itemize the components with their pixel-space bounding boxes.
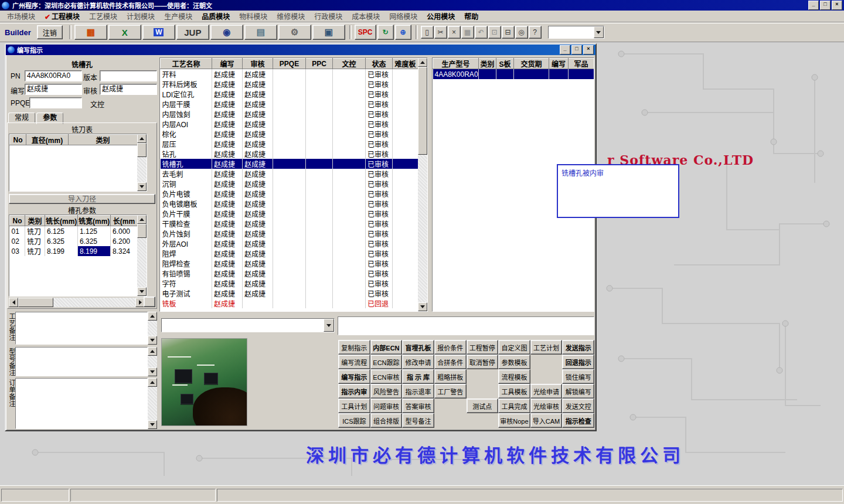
action-工具完成[interactable]: 工具完成 [498,399,530,413]
action-报价条件[interactable]: 报价条件 [434,340,467,355]
action-取消暂停[interactable]: 取消暂停 [467,355,499,369]
find-icon[interactable]: ◎ [515,26,528,39]
process-table-scrollbar[interactable] [418,58,427,311]
scroll-up-icon[interactable] [148,347,157,356]
process-row-铣板[interactable]: 铣板赵成捷已回退 [161,298,418,308]
scroll-down-icon[interactable] [148,367,157,376]
action-答案审核[interactable]: 答案审核 [402,399,434,413]
scroll-up-icon[interactable] [137,134,147,143]
combo-dropdown-icon[interactable] [594,26,604,38]
action-测试点[interactable]: 测试点 [467,399,499,413]
info-display-field[interactable] [338,316,594,335]
tab-general[interactable]: 常规 [8,113,35,123]
column-header-No[interactable]: No [10,216,25,226]
action-ECN跟踪[interactable]: ECN跟踪 [370,355,403,369]
column-header-No[interactable]: No [10,135,26,145]
column-header-编写[interactable]: 编写 [212,59,243,69]
toolbar-combobox[interactable] [548,26,604,39]
action-参数模板[interactable]: 参数模板 [498,355,530,369]
slot-param-row-02[interactable]: 02铣刀6.3256.3256.200 [10,236,138,246]
new-doc-icon[interactable]: ▯ [421,26,434,39]
column-header-铣宽(mm)[interactable]: 铣宽(mm) [78,216,111,226]
process-remark-scrollbar[interactable] [148,312,157,345]
minimize-button[interactable]: _ [808,1,819,10]
action-光绘申请[interactable]: 光绘申请 [530,384,563,399]
database-icon[interactable]: ▤ [244,25,277,40]
process-row-棕化[interactable]: 棕化赵成捷赵成捷已审核 [161,129,418,139]
process-row-外层AOI[interactable]: 外层AOI赵成捷赵成捷已审核 [161,239,418,248]
process-row-有铅喷锡[interactable]: 有铅喷锡赵成捷赵成捷已审核 [161,268,418,278]
help-icon[interactable]: ? [529,26,542,39]
process-row-开料后烤板[interactable]: 开料后烤板赵成捷赵成捷已审核 [161,79,418,89]
process-row-铣槽孔[interactable]: 铣槽孔赵成捷赵成捷已审核 [161,159,418,169]
action-锁住编写[interactable]: 锁住编写 [562,369,594,384]
process-row-开料[interactable]: 开料赵成捷赵成捷已审核 [161,69,418,80]
process-row-层压[interactable]: 层压赵成捷赵成捷已审核 [161,139,418,149]
preview-eye-icon[interactable]: ◉ [210,25,243,40]
scroll-up-icon[interactable] [148,378,157,387]
column-header-S板[interactable]: S板 [496,59,514,69]
process-row-沉铜[interactable]: 沉铜赵成捷赵成捷已审核 [161,179,418,189]
action-组合排版[interactable]: 组合排版 [370,413,403,428]
action-合拼条件[interactable]: 合拼条件 [434,355,467,369]
action-指示内审[interactable]: 指示内审 [338,384,370,399]
column-header-PPC[interactable]: PPC [306,59,333,69]
menu-维修模块[interactable]: 维修模块 [272,11,309,21]
action-编写指示[interactable]: 编写指示 [338,369,370,384]
action-工艺计划[interactable]: 工艺计划 [530,340,563,355]
menu-公用模块[interactable]: 公用模块 [422,11,460,21]
action-流程模板[interactable]: 流程模板 [498,369,530,384]
column-header-直径(mm)[interactable]: 直径(mm) [26,135,69,145]
menu-工艺模块[interactable]: 工艺模块 [84,11,122,21]
scroll-down-icon[interactable] [418,302,427,311]
action-工厂警告[interactable]: 工厂警告 [434,384,467,399]
process-row-阻焊检查[interactable]: 阻焊检查赵成捷赵成捷已审核 [161,258,418,268]
action-修改申请[interactable]: 修改申请 [402,355,434,369]
action-指示检查[interactable]: 指示检查 [562,413,594,428]
process-row-内层蚀刻[interactable]: 内层蚀刻赵成捷赵成捷已审核 [161,109,418,119]
scroll-up-icon[interactable] [418,58,427,67]
action-光绘审核[interactable]: 光绘审核 [530,399,563,413]
action-工具模板[interactable]: 工具模板 [498,384,530,399]
process-row-字符[interactable]: 字符赵成捷赵成捷已审核 [161,278,418,288]
scroll-down-icon[interactable] [148,336,157,345]
action-审核Nope[interactable]: 审核Nope [498,413,530,428]
action-指示库[interactable]: 指 示 库 [402,369,434,384]
cutter-table-scrollbar[interactable] [137,134,147,191]
model-remark-textarea[interactable] [15,347,148,376]
action-内部ECN[interactable]: 内部ECN [370,340,403,355]
order-remark-textarea[interactable] [15,378,148,429]
column-header-类别[interactable]: 类别 [25,216,45,226]
slot-param-row-03[interactable]: 03铣刀8.1998.1998.324 [10,246,138,256]
jup-button[interactable]: JUP [176,25,209,40]
menu-品质模块[interactable]: 品质模块 [197,11,234,21]
menu-生产模块[interactable]: 生产模块 [159,11,197,21]
action-回退指示[interactable]: 回退指示 [562,355,594,369]
process-row-去毛刺[interactable]: 去毛刺赵成捷赵成捷已审核 [161,169,418,179]
scroll-down-icon[interactable] [137,182,147,191]
column-header-状态[interactable]: 状态 [366,59,393,69]
process-row-负电镀磨板[interactable]: 负电镀磨板赵成捷赵成捷已审核 [161,199,418,209]
column-header-长(mm[interactable]: 长(mm [111,216,138,226]
child-close-button[interactable]: × [583,45,594,55]
column-header-交货期[interactable]: 交货期 [514,59,549,69]
action-问题审核[interactable]: 问题审核 [370,399,403,413]
column-header-文控[interactable]: 文控 [333,59,366,69]
undo-icon[interactable]: ↶ [475,26,488,39]
action-ICS跟踪[interactable]: ICS跟踪 [338,413,370,428]
form-grid-icon[interactable]: ▦ [74,25,107,40]
ppqe-input[interactable] [29,97,82,108]
action-盲埋孔板[interactable]: 盲埋孔板 [402,340,434,355]
action-指示退率[interactable]: 指示退率 [402,384,434,399]
action-型号备注[interactable]: 型号备注 [402,413,434,428]
process-row-负片电镀[interactable]: 负片电镀赵成捷赵成捷已审核 [161,189,418,199]
scroll-up-icon[interactable] [137,215,147,224]
column-header-工艺名称[interactable]: 工艺名称 [161,59,212,69]
action-工具计划[interactable]: 工具计划 [338,399,370,413]
column-header-类别[interactable]: 类别 [479,59,496,69]
machines-icon[interactable]: ⚙ [278,25,311,40]
process-row-干膜检查[interactable]: 干膜检查赵成捷赵成捷已审核 [161,219,418,229]
menu-行政模块[interactable]: 行政模块 [309,11,347,21]
menu-帮助[interactable]: 帮助 [460,11,483,21]
action-编写流程[interactable]: 编写流程 [338,355,370,369]
